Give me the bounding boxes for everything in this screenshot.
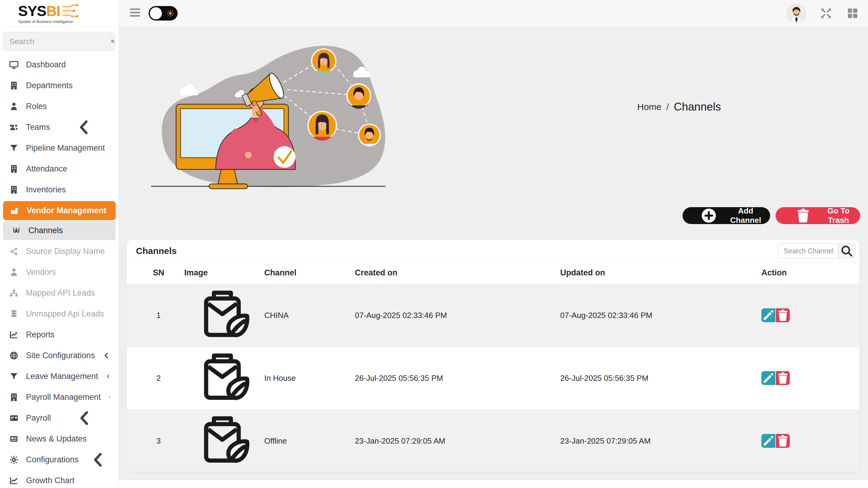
go-to-trash-button[interactable]: Go To Trash bbox=[776, 207, 860, 224]
page-actions: Add Channel Go To Trash bbox=[683, 207, 860, 224]
share-icon bbox=[9, 241, 19, 262]
credit-card-icon bbox=[9, 408, 19, 428]
chevron-left-icon bbox=[108, 387, 111, 408]
breadcrumb-home-link[interactable]: Home bbox=[637, 102, 661, 112]
edit-channel-button[interactable] bbox=[762, 434, 775, 448]
sidebar-item-dashboard[interactable]: Dashboard bbox=[0, 54, 119, 75]
trash-icon bbox=[785, 207, 822, 224]
channels-table-head: SNImageChannelCreated onUpdated onAction bbox=[127, 262, 860, 284]
chevron-left-icon bbox=[57, 117, 111, 138]
delete-channel-button[interactable] bbox=[776, 434, 790, 448]
sidebar-item-teams[interactable]: Teams bbox=[0, 117, 119, 138]
sidebar-item-roles[interactable]: Roles bbox=[0, 96, 119, 117]
edit-channel-button[interactable] bbox=[762, 308, 775, 322]
column-header-sn: SN bbox=[127, 262, 184, 284]
sidebar-item-reports[interactable]: Reports bbox=[0, 324, 119, 345]
app-logo: SYS BI System of Business Intelligence bbox=[18, 3, 80, 24]
filter-icon bbox=[9, 138, 19, 158]
row-actions bbox=[762, 434, 860, 448]
sidebar-item-label: Unmapped Api Leads bbox=[26, 309, 104, 318]
search-icon bbox=[111, 32, 115, 51]
go-to-trash-label: Go To Trash bbox=[826, 206, 851, 225]
delete-channel-button[interactable] bbox=[776, 371, 790, 385]
sidebar-item-mapped-api-leads[interactable]: Mapped API Leads bbox=[0, 283, 119, 304]
cell-channel: Offline bbox=[258, 409, 355, 472]
fullscreen-icon[interactable] bbox=[820, 7, 832, 20]
user-avatar[interactable] bbox=[786, 4, 806, 23]
sidebar-item-growth-chart[interactable]: Growth Chart bbox=[0, 470, 119, 488]
sidebar-item-label: Reports bbox=[26, 330, 55, 339]
sidebar-item-leave-management[interactable]: Leave Management bbox=[0, 366, 119, 387]
sidebar-item-news-updates[interactable]: News & Updates bbox=[0, 428, 119, 449]
sidebar-item-label: Channels bbox=[28, 226, 63, 235]
sidebar-menu: DashboardDepartmentsRolesTeamsPipeline M… bbox=[0, 54, 119, 488]
chevron-left-icon bbox=[86, 449, 111, 470]
filter-icon bbox=[9, 366, 19, 387]
theme-toggle[interactable] bbox=[149, 6, 178, 21]
sidebar-item-vendors[interactable]: Vendors bbox=[0, 262, 119, 283]
newspaper-icon bbox=[9, 428, 19, 449]
sidebar-item-label: Dashboard bbox=[26, 60, 66, 69]
channels-table: SNImageChannelCreated onUpdated onAction… bbox=[127, 262, 860, 472]
cell-created-on: 26-Jul-2025 05:56:35 PM bbox=[355, 347, 560, 409]
cell-sn: 2 bbox=[127, 347, 184, 409]
apps-grid-icon[interactable] bbox=[846, 7, 859, 20]
channels-card-header: Channels bbox=[127, 240, 860, 262]
column-header-image: Image bbox=[184, 262, 258, 284]
table-row: 1CHINA07-Aug-2025 02:33:46 PM07-Aug-2025… bbox=[127, 284, 860, 347]
sidebar-item-vendor-management[interactable]: Vendor Management bbox=[3, 201, 116, 220]
channel-search-button[interactable] bbox=[838, 244, 855, 258]
logo-text-primary: SYS bbox=[18, 3, 46, 19]
column-header-updated-on: Updated on bbox=[560, 262, 762, 284]
sidebar-item-label: Site Configurations bbox=[26, 351, 95, 360]
sidebar-item-label: Mapped API Leads bbox=[26, 288, 95, 298]
sidebar-item-label: Departments bbox=[26, 81, 73, 90]
desktop-icon bbox=[9, 54, 19, 75]
channel-search-input[interactable] bbox=[778, 244, 838, 258]
app-root: { "brand": { "logo_text_primary": "SYS",… bbox=[0, 0, 868, 488]
column-header-created-on: Created on bbox=[355, 262, 560, 284]
hamburger-menu-icon[interactable] bbox=[130, 8, 142, 19]
edit-channel-button[interactable] bbox=[762, 371, 775, 385]
cell-action bbox=[762, 347, 860, 409]
pencil-icon bbox=[762, 434, 775, 448]
add-channel-button[interactable]: Add Channel bbox=[683, 207, 770, 224]
sidebar-search-button[interactable] bbox=[111, 32, 115, 51]
cell-created-on: 07-Aug-2025 02:33:46 PM bbox=[355, 284, 560, 347]
column-header-action: Action bbox=[762, 262, 860, 284]
cell-action bbox=[762, 284, 860, 347]
chart-line-icon bbox=[9, 470, 19, 488]
sidebar-item-source-display-name[interactable]: Source Display Name bbox=[0, 241, 119, 262]
sidebar-item-label: Payroll bbox=[26, 414, 51, 423]
chevron-left-icon bbox=[102, 345, 111, 366]
building-icon bbox=[9, 387, 19, 408]
table-header-row: SNImageChannelCreated onUpdated onAction bbox=[127, 262, 860, 284]
users-icon bbox=[9, 117, 19, 138]
sidebar-item-payroll[interactable]: Payroll bbox=[0, 408, 119, 428]
chevron-left-icon bbox=[105, 366, 111, 387]
channel-search bbox=[778, 243, 855, 258]
cell-image bbox=[184, 284, 258, 347]
table-row: 3Offline23-Jan-2025 07:29:05 AM23-Jan-20… bbox=[127, 409, 860, 472]
package-leaf-icon bbox=[196, 410, 258, 472]
row-actions bbox=[762, 308, 860, 322]
cell-channel: CHINA bbox=[258, 284, 355, 347]
sidebar-item-inventories[interactable]: Inventories bbox=[0, 179, 119, 200]
delete-channel-button[interactable] bbox=[776, 308, 790, 322]
sidebar-item-payroll-management[interactable]: Payroll Management bbox=[0, 387, 119, 408]
sidebar-search-input[interactable] bbox=[3, 32, 111, 51]
sidebar-item-site-configurations[interactable]: Site Configurations bbox=[0, 345, 119, 366]
sidebar-item-departments[interactable]: Departments bbox=[0, 75, 119, 96]
sidebar-item-channels[interactable]: Channels bbox=[3, 221, 116, 240]
sidebar-item-label: Vendors bbox=[26, 268, 56, 277]
main-content: Home / Channels Add Channel Go To Trash … bbox=[119, 27, 868, 488]
sidebar-item-configurations[interactable]: Configurations bbox=[0, 449, 119, 470]
sidebar-item-unmapped-api-leads[interactable]: Unmapped Api Leads bbox=[0, 304, 119, 324]
plus-circle-icon bbox=[692, 207, 726, 224]
card-title: Channels bbox=[136, 246, 177, 256]
channels-illustration bbox=[142, 32, 399, 195]
building-icon bbox=[9, 179, 19, 200]
sidebar-item-attendance[interactable]: Attendance bbox=[0, 158, 119, 179]
sidebar-item-pipeline-management[interactable]: Pipeline Management bbox=[0, 138, 119, 158]
logo-text-accent: BI bbox=[46, 3, 60, 19]
